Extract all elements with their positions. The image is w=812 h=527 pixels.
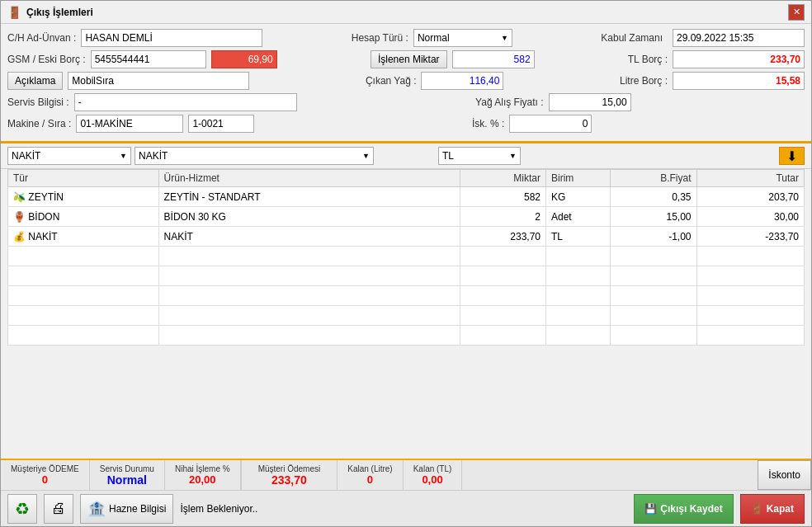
- gsm-input[interactable]: [91, 50, 206, 68]
- empty-row: [8, 266, 805, 286]
- hesap-turu-label: Hesap Türü :: [352, 32, 408, 44]
- yag-alis-label: Yağ Alış Fiyatı :: [475, 96, 543, 108]
- isk-input[interactable]: [509, 115, 592, 133]
- musteri-odemesi-value: 233,70: [271, 473, 307, 487]
- sira-input[interactable]: [188, 115, 254, 133]
- cell-bfiyat: -1,00: [611, 227, 696, 247]
- form-row-1: C/H Ad-Ünvan : Hesap Türü : Normal ▼ Kab…: [7, 29, 805, 47]
- cell-miktar: 233,70: [460, 227, 545, 247]
- isk-label: İsk. % :: [472, 118, 504, 129]
- cell-urun: ZEYTİN - STANDART: [158, 187, 460, 207]
- row-icon-2: 💰: [13, 231, 26, 242]
- table-toolbar: NAKİT ▼ NAKİT ▼ TL ▼ ⬇: [1, 144, 811, 169]
- musteriye-odeme-value: 0: [42, 473, 48, 486]
- form-area: C/H Ad-Ünvan : Hesap Türü : Normal ▼ Kab…: [1, 24, 811, 141]
- aciklama-button[interactable]: Açıklama: [7, 72, 63, 90]
- nihai-isleme-value: 20,00: [189, 473, 216, 486]
- cell-tur: 🫒 ZEYTİN: [8, 187, 159, 207]
- islenen-miktar-input[interactable]: [452, 50, 535, 68]
- close-window-button[interactable]: ✕: [788, 4, 805, 21]
- dropdown-1[interactable]: NAKİT ▼: [7, 147, 131, 165]
- servis-durumu-cell: Servis Durumu Normal: [90, 460, 165, 490]
- makine-input[interactable]: [76, 115, 183, 133]
- print-button[interactable]: 🖨: [44, 494, 73, 524]
- kalan-tl-label: Kalan (TL): [413, 464, 452, 473]
- dropdown-2-arrow-icon: ▼: [362, 152, 370, 160]
- save-icon: 💾: [644, 503, 657, 515]
- cell-urun: BİDON 30 KG: [158, 207, 460, 227]
- empty-row: [8, 306, 805, 326]
- bottom-status: İşlem Bekleniyor..: [180, 503, 400, 515]
- hazne-bilgisi-label: Hazne Bilgisi: [109, 503, 166, 515]
- kapat-label: Kapat: [767, 503, 794, 515]
- cell-birim: KG: [546, 187, 611, 207]
- table-row[interactable]: 🫒 ZEYTİN ZEYTİN - STANDART 582 KG 0,35 2…: [8, 187, 805, 207]
- cell-birim: TL: [546, 227, 611, 247]
- form-row-2: GSM / Eski Borç : İşlenen Miktar TL Borç…: [7, 50, 805, 68]
- musteriye-odeme-label: Müşteriye ÖDEME: [11, 464, 79, 473]
- orange-action-button[interactable]: ⬇: [779, 147, 805, 165]
- islem-bekleniyor-text: İşlem Bekleniyor..: [180, 503, 257, 515]
- cikis-kaydet-label: Çıkışı Kaydet: [660, 503, 722, 515]
- kabul-zamani-label: Kabul Zamanı: [601, 32, 663, 44]
- kalan-litre-value: 0: [367, 473, 373, 486]
- cell-miktar: 582: [460, 187, 545, 207]
- title-bar-left: 🚪 Çıkış İşlemleri: [7, 6, 93, 19]
- hesap-turu-dropdown[interactable]: Normal ▼: [413, 29, 512, 47]
- cell-bfiyat: 15,00: [611, 207, 696, 227]
- kabul-zamani-input[interactable]: [673, 29, 805, 47]
- hesap-turu-arrow-icon: ▼: [501, 34, 508, 42]
- kalan-tl-value: 0,00: [422, 473, 442, 486]
- recycle-button[interactable]: ♻: [7, 494, 37, 524]
- cikis-kaydet-button[interactable]: 💾 Çıkışı Kaydet: [634, 494, 733, 524]
- print-icon: 🖨: [51, 500, 66, 517]
- iskonto-button[interactable]: İskonto: [758, 460, 811, 490]
- dropdown-1-arrow-icon: ▼: [120, 152, 127, 160]
- yag-alis-input[interactable]: [549, 93, 631, 111]
- title-bar: 🚪 Çıkış İşlemleri ✕: [1, 1, 811, 24]
- col-header-urun: Ürün-Hizmet: [158, 170, 460, 187]
- dropdown-1-value: NAKİT: [12, 150, 40, 162]
- servis-input[interactable]: [74, 93, 297, 111]
- cell-bfiyat: 0,35: [611, 187, 696, 207]
- musteri-odemesi-cell: Müşteri Ödemesi 233,70: [242, 460, 338, 490]
- table-row[interactable]: 🏺 BİDON BİDON 30 KG 2 Adet 15,00 30,00: [8, 207, 805, 227]
- kalan-litre-label: Kalan (Litre): [347, 464, 392, 473]
- kapat-button[interactable]: 🚪 Kapat: [740, 494, 805, 524]
- col-header-miktar: Miktar: [460, 170, 545, 187]
- cell-birim: Adet: [546, 207, 611, 227]
- litre-borc-input: [673, 72, 805, 90]
- col-header-tur: Tür: [8, 170, 159, 187]
- table-row[interactable]: 💰 NAKİT NAKİT 233,70 TL -1,00 -233,70: [8, 227, 805, 247]
- empty-row: [8, 286, 805, 306]
- dropdown-3-arrow-icon: ▼: [509, 152, 517, 160]
- kalan-tl-cell: Kalan (TL) 0,00: [404, 460, 463, 490]
- main-window: 🚪 Çıkış İşlemleri ✕ C/H Ad-Ünvan : Hesap…: [0, 0, 812, 527]
- window-title: Çıkış İşlemleri: [26, 7, 93, 18]
- tl-borc-input: [673, 50, 805, 68]
- table-area: Tür Ürün-Hizmet Miktar Birim B.Fiyat Tut…: [1, 169, 811, 459]
- cell-tur: 💰 NAKİT: [8, 227, 159, 247]
- old-debt-input: [211, 50, 277, 68]
- status-bar: Müşteriye ÖDEME 0 Servis Durumu Normal N…: [1, 459, 811, 490]
- cell-tutar: 30,00: [696, 207, 804, 227]
- kapat-icon: 🚪: [751, 503, 763, 515]
- row-icon-1: 🏺: [13, 211, 26, 223]
- dropdown-2-value: NAKİT: [139, 150, 168, 162]
- cell-miktar: 2: [460, 207, 545, 227]
- gsm-label: GSM / Eski Borç :: [7, 54, 86, 65]
- ch-input[interactable]: [81, 29, 262, 47]
- hazne-bilgisi-button[interactable]: 🏦 Hazne Bilgisi: [80, 494, 173, 524]
- dropdown-3[interactable]: TL ▼: [438, 147, 521, 165]
- form-row-3: Açıklama Çıkan Yağ : Litre Borç :: [7, 72, 805, 90]
- table-header-row: Tür Ürün-Hizmet Miktar Birim B.Fiyat Tut…: [8, 170, 805, 187]
- empty-row: [8, 247, 805, 266]
- empty-row: [8, 326, 805, 346]
- musteri-odemesi-label: Müşteri Ödemesi: [258, 464, 321, 473]
- cell-tutar: 203,70: [696, 187, 804, 207]
- hazne-icon: 🏦: [87, 500, 106, 518]
- col-header-bfiyat: B.Fiyat: [611, 170, 696, 187]
- aciklama-input[interactable]: [68, 72, 249, 90]
- dropdown-2[interactable]: NAKİT ▼: [135, 147, 374, 165]
- islenen-miktar-button[interactable]: İşlenen Miktar: [371, 50, 447, 68]
